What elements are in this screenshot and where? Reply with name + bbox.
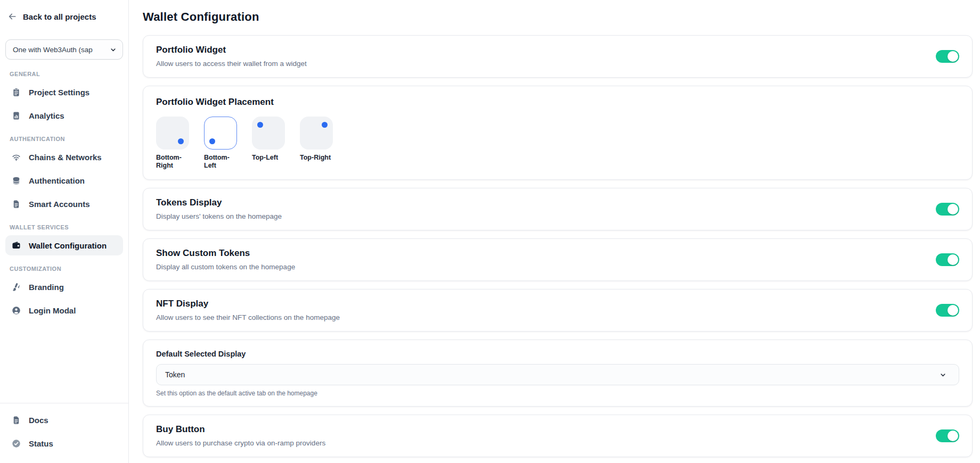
- card-portfolio-widget: Portfolio Widget Allow users to access t…: [143, 35, 973, 78]
- toggle-knob: [948, 305, 958, 316]
- placement-option-label: Bottom-Right: [156, 154, 191, 170]
- chart-doc-icon: [11, 111, 21, 121]
- show-custom-tokens-toggle[interactable]: [936, 253, 959, 266]
- section-label-wallet-services: WALLET SERVICES: [10, 224, 123, 230]
- chevron-down-icon: [939, 371, 947, 379]
- sidebar-item-label: Smart Accounts: [29, 200, 89, 209]
- card-title: Buy Button: [156, 423, 325, 436]
- card-default-selected-display: Default Selected Display Token Set this …: [143, 340, 973, 407]
- placement-option-label: Top-Left: [252, 154, 287, 162]
- arrow-left-icon: [7, 12, 17, 21]
- settings-cards: Portfolio Widget Allow users to access t…: [143, 35, 973, 463]
- section-label-authentication: AUTHENTICATION: [10, 136, 123, 142]
- card-title: NFT Display: [156, 297, 340, 310]
- sidebar-item-label: Branding: [29, 283, 64, 292]
- database-icon: [11, 176, 21, 186]
- file-icon: [11, 199, 21, 209]
- buy-button-toggle[interactable]: [936, 429, 959, 442]
- back-to-projects-link[interactable]: Back to all projects: [0, 0, 128, 21]
- page-title: Wallet Configuration: [143, 10, 973, 24]
- sidebar: Back to all projects One with Web3Auth (…: [0, 0, 129, 463]
- sidebar-item-label: Chains & Networks: [29, 153, 102, 162]
- project-selector[interactable]: One with Web3Auth (sap: [5, 39, 123, 60]
- sidebar-item-login-modal[interactable]: Login Modal: [5, 300, 123, 320]
- placement-options: Bottom-Right Bottom-Left Top-Left Top-Ri…: [156, 117, 959, 170]
- field-label: Default Selected Display: [156, 349, 959, 359]
- project-selector-value: One with Web3Auth (sap: [13, 46, 109, 54]
- sidebar-footer: Docs Status: [0, 403, 128, 463]
- check-circle-icon: [11, 439, 21, 449]
- toggle-knob: [948, 51, 958, 62]
- placement-option-label: Bottom-Left: [204, 154, 239, 170]
- select-value: Token: [165, 370, 185, 379]
- sidebar-item-label: Docs: [29, 416, 48, 425]
- field-helper-text: Set this option as the default active ta…: [156, 390, 959, 398]
- sidebar-item-branding[interactable]: Branding: [5, 277, 123, 297]
- card-title: Portfolio Widget Placement: [156, 96, 959, 109]
- card-nft-display: NFT Display Allow users to see their NFT…: [143, 289, 973, 332]
- sidebar-item-label: Project Settings: [29, 88, 89, 97]
- toggle-knob: [948, 254, 958, 265]
- card-description: Display users' tokens on the homepage: [156, 211, 282, 222]
- card-title: Portfolio Widget: [156, 44, 307, 56]
- card-title: Show Custom Tokens: [156, 247, 295, 260]
- card-description: Allow users to see their NFT collections…: [156, 312, 340, 323]
- section-label-general: GENERAL: [10, 71, 123, 77]
- sidebar-item-label: Login Modal: [29, 306, 76, 315]
- placement-tile: [252, 117, 285, 150]
- placement-tile-selected: [204, 117, 237, 150]
- placement-tile: [300, 117, 333, 150]
- wallet-icon: [11, 241, 21, 251]
- sidebar-item-status[interactable]: Status: [5, 433, 123, 453]
- card-buy-button: Buy Button Allow users to purchase crypt…: [143, 415, 973, 457]
- placement-tile: [156, 117, 189, 150]
- sidebar-item-label: Authentication: [29, 176, 85, 185]
- portfolio-widget-toggle[interactable]: [936, 50, 959, 63]
- placement-dot-icon: [322, 122, 328, 128]
- placement-dot-icon: [178, 138, 184, 144]
- user-circle-icon: [11, 305, 21, 316]
- sidebar-item-label: Wallet Configuration: [29, 241, 107, 250]
- sidebar-item-analytics[interactable]: Analytics: [5, 105, 123, 126]
- card-show-custom-tokens: Show Custom Tokens Display all custom to…: [143, 238, 973, 281]
- sidebar-item-smart-accounts[interactable]: Smart Accounts: [5, 194, 123, 214]
- placement-option-top-right[interactable]: Top-Right: [300, 117, 335, 170]
- doc-icon: [11, 415, 21, 425]
- sidebar-item-docs[interactable]: Docs: [5, 410, 123, 430]
- sidebar-item-chains-networks[interactable]: Chains & Networks: [5, 147, 123, 167]
- card-description: Allow users to purchase crypto via on-ra…: [156, 438, 325, 449]
- wifi-icon: [11, 152, 21, 162]
- card-description: Display all custom tokens on the homepag…: [156, 262, 295, 272]
- placement-option-top-left[interactable]: Top-Left: [252, 117, 287, 170]
- toggle-knob: [948, 204, 958, 214]
- placement-dot-icon: [257, 122, 263, 128]
- sidebar-item-wallet-configuration[interactable]: Wallet Configuration: [5, 235, 123, 255]
- sidebar-item-label: Status: [29, 439, 53, 448]
- main-content: Wallet Configuration Portfolio Widget Al…: [129, 0, 980, 463]
- chevron-down-icon: [109, 46, 117, 54]
- clipboard-icon: [11, 87, 21, 97]
- toggle-knob: [948, 431, 958, 441]
- back-link-label: Back to all projects: [23, 12, 96, 21]
- section-label-customization: CUSTOMIZATION: [10, 266, 123, 272]
- card-description: Allow users to access their wallet from …: [156, 59, 307, 69]
- placement-option-label: Top-Right: [300, 154, 335, 162]
- card-portfolio-widget-placement: Portfolio Widget Placement Bottom-Right …: [143, 86, 973, 180]
- sidebar-nav: GENERAL Project Settings Analytics AUTHE…: [0, 61, 128, 324]
- brush-icon: [11, 282, 21, 292]
- placement-option-bottom-right[interactable]: Bottom-Right: [156, 117, 191, 170]
- sidebar-item-label: Analytics: [29, 111, 64, 120]
- sidebar-item-authentication[interactable]: Authentication: [5, 170, 123, 191]
- placement-option-bottom-left[interactable]: Bottom-Left: [204, 117, 239, 170]
- card-title: Tokens Display: [156, 196, 282, 209]
- default-display-select[interactable]: Token: [156, 364, 959, 385]
- card-tokens-display: Tokens Display Display users' tokens on …: [143, 188, 973, 230]
- tokens-display-toggle[interactable]: [936, 203, 959, 216]
- nft-display-toggle[interactable]: [936, 304, 959, 317]
- placement-dot-icon: [209, 138, 215, 144]
- sidebar-item-project-settings[interactable]: Project Settings: [5, 82, 123, 102]
